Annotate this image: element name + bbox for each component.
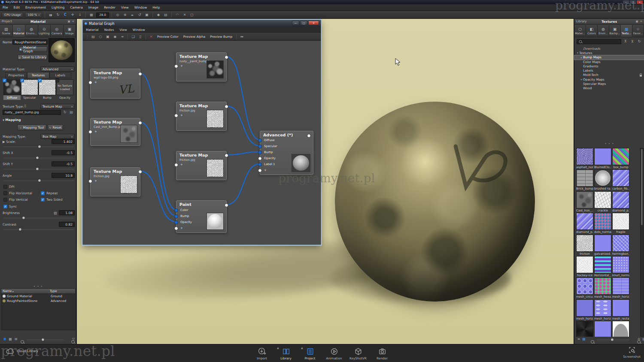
checkbox-flip-vertical[interactable]: Flip Vertical [3, 198, 28, 202]
texture-thumbnail-blurredclo[interactable]: BlurredClo... [594, 148, 611, 169]
texture-image[interactable] [612, 169, 629, 187]
wire[interactable] [227, 152, 260, 155]
input-port-[interactable] [88, 130, 92, 134]
texture-image[interactable] [576, 191, 593, 208]
tab-properties[interactable]: Properties [5, 72, 27, 78]
input-port-specular[interactable] [258, 145, 262, 148]
slider-track[interactable] [3, 147, 74, 147]
input-port-color[interactable] [174, 208, 178, 212]
slider-handle[interactable] [18, 228, 22, 231]
menu-help[interactable]: Help [152, 6, 160, 9]
material-graph-button[interactable]: ▣Material Graph [19, 46, 47, 52]
mapping-section-header[interactable]: ▼ Mapping [3, 118, 21, 122]
tree-item-color-maps[interactable]: Color Maps [574, 60, 644, 64]
graph-minimize-button[interactable]: — [292, 21, 299, 25]
texture-thumbnail-mesh_recta[interactable]: mesh_recta... [612, 299, 629, 320]
wire[interactable] [140, 73, 176, 210]
slider-value-field[interactable]: -0.5 [52, 150, 75, 155]
output-port[interactable] [307, 134, 311, 138]
texture-thumbnail-dots_normal[interactable]: dots_normal [594, 213, 611, 234]
node-texture-map[interactable]: Texture Mapwgd logo-03.png+VL [90, 69, 140, 99]
browse-texture-icon[interactable]: ▤ [68, 109, 74, 115]
checkbox-box[interactable] [3, 191, 7, 195]
texture-image[interactable] [576, 299, 593, 317]
tab-camera[interactable]: ◎Camera [51, 25, 64, 37]
texture-image[interactable] [612, 278, 629, 295]
tab-labels[interactable]: Labels [49, 72, 71, 78]
zoom-region-icon[interactable]: ◎ [115, 12, 121, 18]
texture-slot-specular[interactable]: ✓Specular [21, 79, 38, 100]
checkbox-dpi[interactable]: DPI [3, 185, 15, 189]
menu-window[interactable]: Window [134, 6, 147, 9]
material-name-input[interactable]: RoughPaintedStone [12, 39, 48, 45]
folder-settings-icon[interactable]: ▤ [641, 336, 644, 342]
texture-toggle-icon[interactable]: ▨ [52, 210, 58, 216]
texture-image[interactable] [612, 213, 629, 230]
node-paint[interactable]: PaintColorBumpOpacity+ [176, 200, 227, 233]
checkbox-sync[interactable]: ✓Sync [3, 205, 17, 208]
tab-image[interactable]: ▣Image [64, 25, 76, 37]
realtime-icon[interactable]: C [62, 12, 68, 18]
close-button[interactable]: ✕ [637, 0, 643, 4]
column-type[interactable]: Type [50, 289, 57, 293]
minimize-button[interactable]: — [623, 0, 629, 4]
texture-image[interactable] [576, 148, 593, 165]
texture-enabled-checkbox[interactable]: ✓ [3, 78, 6, 82]
texture-image[interactable] [594, 235, 611, 252]
close-panel-icon[interactable]: ✕ [640, 20, 642, 23]
texture-image[interactable] [594, 299, 611, 317]
texture-image[interactable] [576, 169, 593, 187]
input-port-[interactable] [174, 163, 178, 167]
nodes-icon[interactable]: ▣ [105, 34, 111, 39]
texture-slot-bump[interactable]: ✓Bump [39, 79, 56, 100]
list-view-icon[interactable]: ≡ [2, 336, 8, 342]
tab-textures[interactable]: Textures [27, 72, 49, 78]
texture-thumbnail-diamond_p[interactable]: diamond_p... [612, 191, 629, 212]
button-preview-bump[interactable]: Preview Bump [208, 35, 234, 39]
input-port-bump[interactable] [174, 214, 178, 218]
input-port-label1[interactable] [258, 163, 262, 166]
reset-button[interactable]: ↻Reset [48, 124, 63, 130]
node-texture-map[interactable]: Texture MapCast_iron_Bump.jpg+ [90, 118, 140, 146]
texture-thumbnail-mesh_horiz[interactable]: mesh_horiz... [612, 278, 629, 299]
input-port-[interactable] [174, 226, 178, 230]
trash-icon[interactable]: ▯ [137, 34, 143, 39]
library-tab-backp[interactable]: ▣Backp... [609, 25, 621, 37]
slider-track[interactable] [3, 169, 74, 169]
texture-thumbnail-asphalt_norm[interactable]: asphalt_norm [576, 148, 593, 169]
texture-thumbnail-mesh_horiz[interactable]: mesh_horiz... [594, 299, 611, 320]
checkbox-box[interactable] [3, 198, 7, 202]
adjust-slider-track[interactable] [3, 218, 74, 218]
tree-item-opacity-maps[interactable]: ▸Opacity Maps [574, 77, 644, 81]
texture-thumbnail-diamond_p[interactable]: diamond_p... [576, 213, 593, 234]
texture-image[interactable] [576, 235, 593, 252]
input-port-opacity[interactable] [174, 220, 178, 224]
grid-view-icon[interactable]: ▦ [581, 336, 587, 342]
button-preview-alpha[interactable]: Preview Alpha [182, 35, 207, 39]
texture-file-input[interactable]: rusty__paint_bump.jpg [3, 110, 61, 115]
texture-enabled-checkbox[interactable] [55, 78, 59, 82]
grid-icon[interactable]: ▦ [88, 12, 94, 18]
dock-item-project[interactable]: ▲Project [300, 347, 320, 360]
graph-menu-material[interactable]: Material [86, 28, 99, 32]
fit-icon[interactable]: ✛ [70, 12, 76, 18]
graph-window-titlebar[interactable]: Material Graph — ▢ ✕ [83, 20, 321, 27]
output-port[interactable] [138, 170, 142, 174]
output-port[interactable] [225, 154, 228, 157]
texture-thumbnail-herringbon[interactable]: herringbon... [612, 235, 629, 256]
texture-slot-diffuse[interactable]: ✓Diffuse [3, 79, 21, 100]
wire[interactable] [140, 171, 176, 222]
menu-camera[interactable]: Camera [70, 6, 82, 9]
dock-item-keyshotvr[interactable]: KeyShotVR [348, 347, 368, 360]
adjust-slider-track[interactable] [3, 229, 74, 230]
wire[interactable] [140, 122, 176, 216]
menu-render[interactable]: Render [104, 6, 115, 9]
texture-image[interactable] [594, 213, 611, 230]
slider-handle[interactable] [38, 179, 41, 182]
graph-maximize-button[interactable]: ▢ [300, 21, 307, 25]
adjust-value-field[interactable]: 1.08 [59, 210, 75, 215]
delete-connection-icon[interactable]: ✕ [148, 34, 154, 39]
shield-icon[interactable]: ◆ [155, 12, 161, 18]
texture-image[interactable] [594, 321, 611, 337]
pause-icon[interactable]: ▮▮ [48, 12, 54, 18]
